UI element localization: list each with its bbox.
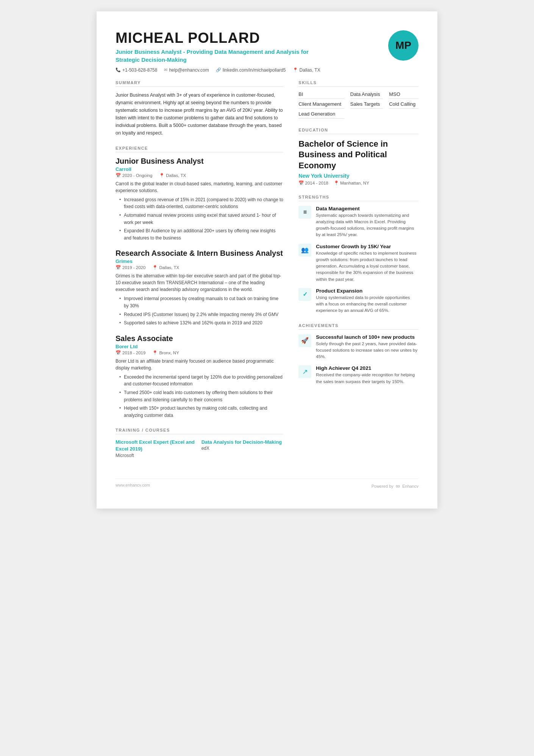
skill-data-analysis: Data Analysis [350,91,383,99]
summary-text: Junior Business Analyst with 3+ of years… [116,91,283,137]
training-grid: Microsoft Excel Expert (Excel and Excel … [116,439,283,458]
achievement-1-desc: Solely through the past 2 years, have pr… [316,341,418,360]
contact-phone: 📞 +1-503-628-8758 [116,67,157,73]
list-item: Expanded BI Audience by an additional 20… [119,227,283,241]
job-3-location: 📍 Bronx, NY [152,350,179,355]
skill-sales-targets: Sales Targets [350,101,383,109]
edu-meta: 📅 2014 - 2018 📍 Manhattan, NY [298,180,418,186]
edu-location-item: 📍 Manhattan, NY [334,180,369,186]
content: SUMMARY Junior Business Analyst with 3+ … [116,80,418,467]
achievement-1-content: Successful launch of 100+ new products S… [316,334,418,360]
contact-bar: 📞 +1-503-628-8758 ✉ help@enhancv.com 🔗 l… [116,67,320,73]
edu-degree: Bachelor of Science in Business and Poli… [298,139,418,171]
right-column: SKILLS BI Data Analysis MSO Client Manag… [298,80,418,467]
header: MICHEAL POLLARD Junior Business Analyst … [116,30,418,73]
strengths-section: STRENGTHS ≡ Data Management Systematic a… [298,195,418,314]
training-item-1: Microsoft Excel Expert (Excel and Excel … [116,439,198,458]
avatar: MP [388,30,418,61]
calendar-icon: 📅 [298,181,304,185]
strength-2-icon: 👥 [298,244,311,257]
strength-3-icon: ✓ [298,288,311,301]
strength-3: ✓ Product Expansion Using systematized d… [298,288,418,314]
list-item: Supported sales to achieve 132% and 162%… [119,319,283,327]
job-1: Junior Business Analyst Carroll 📅 2020 -… [116,157,283,242]
experience-section: EXPERIENCE Junior Business Analyst Carro… [116,146,283,419]
job-2-title: Research Associate & Intern Business Ana… [116,249,283,258]
training-label: TRAINING / COURSES [116,428,283,434]
strength-2: 👥 Customer Growth by 15K/ Year Knowledge… [298,244,418,283]
skills-grid: BI Data Analysis MSO Client Management S… [298,91,418,119]
contact-location: 📍 Dallas, TX [293,67,320,73]
email-icon: ✉ [164,67,167,72]
job-3-meta: 📅 2018 - 2019 📍 Bronx, NY [116,350,283,355]
training-1-org: Microsoft [116,453,198,458]
list-item: Exceeded the incremental spend target by… [119,374,283,388]
footer: www.enhancv.com Powered by ∞ Enhancv [116,479,418,490]
edu-date-item: 📅 2014 - 2018 [298,180,328,186]
training-2-org: edX [201,446,284,451]
calendar-icon: 📅 [116,265,121,270]
achievement-2-content: High Achiever Q4 2021 Received the compa… [316,365,418,385]
achievement-1-title: Successful launch of 100+ new products [316,334,418,340]
skill-cold-calling: Cold Calling [389,101,418,109]
strength-1-icon: ≡ [298,206,311,219]
job-1-company: Carroll [116,166,283,172]
edu-school: New York University [298,173,418,179]
linkedin-icon: 🔗 [216,67,221,72]
calendar-icon: 📅 [116,173,121,178]
list-item: Improved internal processes by creating … [119,295,283,309]
experience-label: EXPERIENCE [116,146,283,152]
job-2-location: 📍 Dallas, TX [152,265,179,270]
achievement-1-icon: 🚀 [298,334,311,347]
footer-brand: Powered by ∞ Enhancv [372,483,418,490]
strength-3-title: Product Expansion [316,288,418,294]
location-pin-icon: 📍 [334,181,339,185]
summary-section: SUMMARY Junior Business Analyst with 3+ … [116,80,283,137]
job-3-date: 📅 2018 - 2019 [116,350,145,355]
list-item: Helped with 150+ product launches by mak… [119,405,283,419]
achievements-section: ACHIEVEMENTS 🚀 Successful launch of 100+… [298,323,418,385]
strength-1-title: Data Management [316,206,418,211]
strength-2-content: Customer Growth by 15K/ Year Knowledge o… [316,244,418,283]
achievement-2-icon: ↗ [298,365,311,378]
location-pin-icon: 📍 [152,265,158,270]
training-2-name: Data Analysis for Decision-Making [201,439,284,446]
job-2-bullets: Improved internal processes by creating … [116,295,283,326]
footer-brand-name: Enhancv [402,484,418,488]
resume-page: MICHEAL POLLARD Junior Business Analyst … [97,11,437,509]
job-1-location: 📍 Dallas, TX [159,173,186,178]
summary-label: SUMMARY [116,80,283,87]
job-3-title: Sales Associate [116,334,283,343]
job-2-company: Grimes [116,258,283,264]
job-2: Research Associate & Intern Business Ana… [116,249,283,326]
achievement-2: ↗ High Achiever Q4 2021 Received the com… [298,365,418,385]
strength-1-content: Data Management Systematic approach towa… [316,206,418,238]
list-item: Reduced IPS (Customer Issues) by 2.2% wh… [119,311,283,318]
strengths-label: STRENGTHS [298,195,418,201]
job-1-desc: Carroll is the global leader in cloud-ba… [116,180,283,194]
job-1-bullets: Increased gross revenue of 15% in 2021 (… [116,196,283,242]
job-1-meta: 📅 2020 - Ongoing 📍 Dallas, TX [116,173,283,178]
location-pin-icon: 📍 [159,173,164,178]
education-section: EDUCATION Bachelor of Science in Busines… [298,128,418,186]
training-1-name: Microsoft Excel Expert (Excel and Excel … [116,439,198,452]
strength-3-content: Product Expansion Using systematized dat… [316,288,418,314]
strength-1-desc: Systematic approach towards systematizin… [316,212,418,238]
job-2-desc: Grimes is the alternative within top-tie… [116,272,283,293]
enhancv-infinity-icon: ∞ [396,483,400,490]
calendar-icon: 📅 [116,350,121,355]
phone-icon: 📞 [116,67,121,72]
list-item: Increased gross revenue of 15% in 2021 (… [119,196,283,210]
job-1-date: 📅 2020 - Ongoing [116,173,152,178]
achievement-2-desc: Received the company-wide recognition fo… [316,372,418,385]
list-item: Automated manual review process using ex… [119,212,283,226]
skill-mso: MSO [389,91,418,99]
contact-linkedin: 🔗 linkedin.com/in/michaelpollard5 [216,67,286,73]
job-3-desc: Borer Ltd is an affiliate brand mainly f… [116,358,283,371]
footer-website: www.enhancv.com [116,483,150,490]
strength-2-title: Customer Growth by 15K/ Year [316,244,418,249]
location-pin-icon: 📍 [152,350,158,355]
contact-email: ✉ help@enhancv.com [164,67,209,73]
location-icon: 📍 [293,67,298,72]
training-section: TRAINING / COURSES Microsoft Excel Exper… [116,428,283,458]
